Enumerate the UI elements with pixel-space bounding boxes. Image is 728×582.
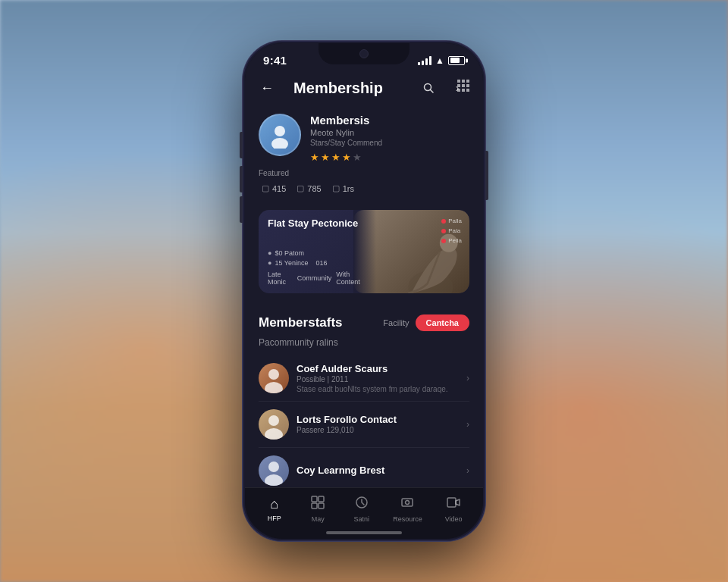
scroll-content: Membersis Meote Nylin Stars/Stay Commend…: [245, 106, 483, 539]
stat-value-3: 1rs: [343, 184, 354, 193]
community-name-1: Coef Aulder Scaurs: [297, 363, 459, 374]
nav-item-may[interactable]: May: [300, 493, 336, 526]
stat-item-2: ▢ 785: [297, 183, 321, 193]
card-detail-1: ● $0 Patom: [268, 249, 366, 257]
member-stats-header: Memberstafts Facility Cantcha: [245, 304, 483, 337]
tag-label-1: Palla: [448, 217, 462, 224]
section-actions: Facility Cantcha: [383, 314, 469, 331]
nav-item-resource[interactable]: Resource: [387, 493, 428, 526]
wifi-icon: ▲: [435, 55, 444, 66]
stat-item-3: ▢ 1rs: [332, 183, 354, 193]
phone-device: 9:41 ▲ ← Mem: [243, 41, 485, 541]
community-list: Coef Aulder Scaurs Possible | 2011 Stase…: [245, 355, 483, 493]
battery-fill: [450, 58, 460, 63]
svg-rect-12: [312, 496, 317, 502]
may-svg-icon: [311, 496, 325, 509]
avatar-wrap: [259, 114, 301, 156]
card-detail-2: ● 15 Yenince 016: [268, 259, 366, 267]
card-tags: Palla Pala Pella: [441, 217, 462, 244]
stat-icon-3: ▢: [332, 183, 340, 193]
star-3: ★: [331, 152, 340, 163]
profile-name: Membersis: [310, 114, 469, 127]
card-title: Flat Stay Pectonice: [268, 217, 366, 230]
community-avatar-svg-2: [259, 409, 289, 440]
signal-bars: [418, 56, 431, 65]
stat-icon-2: ▢: [297, 183, 304, 193]
notch-camera: [359, 49, 369, 58]
community-avatar-3: [259, 455, 289, 486]
nav-item-home[interactable]: ⌂ HFP: [256, 493, 293, 525]
svg-point-8: [268, 415, 279, 426]
svg-point-2: [275, 126, 285, 136]
facility-label[interactable]: Facility: [383, 318, 409, 327]
community-meta-2: Passere 129,010: [297, 426, 459, 434]
stat-value-1: 415: [272, 184, 286, 193]
stat-value-2: 785: [307, 184, 321, 193]
detail-text-2: 15 Yenince: [275, 259, 308, 267]
profile-status: Stars/Stay Commend: [310, 139, 469, 147]
card-content: Flat Stay Pectonice ● $0 Patom ● 15 Yeni…: [259, 210, 375, 293]
community-avatar-svg-3: [259, 455, 289, 486]
may-icon: [311, 496, 325, 513]
card-tag-3: Pella: [441, 237, 462, 244]
phone-inner-frame: 9:41 ▲ ← Mem: [245, 43, 483, 539]
svg-point-6: [268, 369, 279, 380]
resource-icon: [400, 496, 414, 513]
chevron-icon-2: ›: [466, 419, 469, 430]
star-5: ★: [353, 152, 362, 163]
nav-label-may: May: [312, 515, 325, 523]
community-item-3[interactable]: Coy Learnng Brest ›: [259, 448, 469, 493]
nav-item-satni[interactable]: Satni: [344, 493, 380, 526]
phone-outer-frame: 9:41 ▲ ← Mem: [243, 41, 485, 541]
svg-point-3: [271, 138, 288, 149]
detail-text-1: $0 Patom: [275, 249, 304, 257]
nav-label-resource: Resource: [393, 515, 422, 523]
detail-icon-2: ●: [268, 259, 271, 267]
nav-label-video: Video: [445, 515, 463, 523]
avatar-silhouette: [266, 121, 293, 149]
svg-rect-15: [318, 503, 324, 508]
community-item-2[interactable]: Lorts Forollo Contact Passere 129,010 ›: [259, 402, 469, 448]
nav-label-home: HFP: [268, 515, 281, 522]
community-sub-label: Pacommunity ralins: [245, 337, 483, 355]
star-2: ★: [321, 152, 330, 163]
svg-point-18: [406, 500, 410, 504]
stars-row: ★ ★ ★ ★ ★: [310, 152, 469, 163]
svg-point-10: [268, 462, 279, 472]
video-svg-icon: [447, 496, 460, 509]
featured-label: Featured: [259, 169, 469, 177]
home-icon: ⌂: [270, 496, 278, 512]
cancel-button[interactable]: Cantcha: [416, 314, 469, 331]
community-avatar-svg-1: [259, 363, 289, 393]
detail-icon-1: ●: [268, 249, 271, 257]
svg-point-7: [265, 382, 283, 393]
grid-menu-icon[interactable]: [457, 80, 469, 92]
featured-card[interactable]: Flat Stay Pectonice ● $0 Patom ● 15 Yeni…: [259, 210, 469, 293]
card-tag-1: Palla: [441, 217, 462, 224]
nav-label-satni: Satni: [353, 515, 369, 523]
profile-section: Membersis Meote Nylin Stars/Stay Commend…: [245, 106, 483, 204]
svg-point-9: [265, 428, 283, 440]
nav-header: ← Membership ›: [245, 71, 483, 106]
svg-rect-13: [318, 496, 324, 502]
user-avatar: [259, 114, 301, 156]
battery-icon: [448, 56, 465, 65]
tag-label-3: Pella: [448, 237, 462, 244]
page-title: Membership: [259, 80, 418, 97]
svg-rect-17: [402, 499, 413, 506]
satni-icon: [355, 496, 369, 513]
tag-dot-1: [441, 219, 446, 224]
community-item-1[interactable]: Coef Aulder Scaurs Possible | 2011 Stase…: [259, 355, 469, 402]
star-1: ★: [310, 152, 319, 163]
detail-text-extra: 016: [315, 259, 327, 267]
tag-label-2: Pala: [448, 227, 460, 234]
svg-point-11: [265, 474, 283, 486]
search-button[interactable]: [418, 77, 439, 99]
nav-item-video[interactable]: Video: [435, 493, 472, 526]
stat-item-1: ▢ 415: [262, 183, 286, 193]
community-avatar-2: [259, 409, 289, 440]
svg-rect-14: [312, 503, 317, 508]
home-indicator: [326, 531, 402, 534]
video-icon: [447, 496, 460, 513]
card-footer-row: Late Monic Community With Content: [268, 271, 366, 286]
